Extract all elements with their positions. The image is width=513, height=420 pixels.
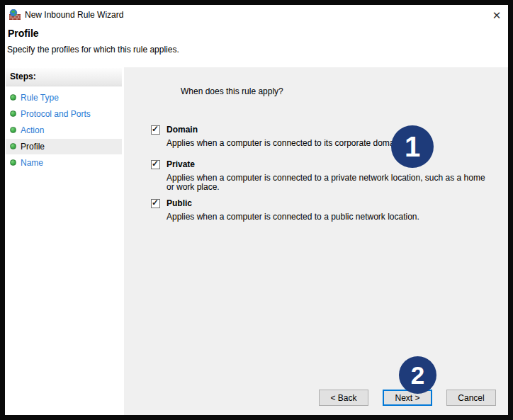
steps-header: Steps:	[6, 68, 122, 86]
steps-sidebar: Steps: Rule Type Protocol and Ports Acti…	[5, 67, 123, 415]
firewall-icon	[9, 9, 21, 21]
step-bullet-icon	[10, 110, 16, 117]
title-bar: New Inbound Rule Wizard ✕	[5, 5, 508, 26]
sidebar-item-rule-type[interactable]: Rule Type	[6, 90, 122, 106]
step-bullet-icon	[10, 143, 16, 149]
page-subtitle: Specify the profiles for which this rule…	[7, 45, 179, 55]
private-description: Applies when a computer is connected to …	[167, 174, 494, 192]
step-label: Profile	[21, 142, 45, 152]
step-bullet-icon	[10, 94, 16, 101]
step-bullet-icon	[10, 159, 16, 166]
window-title: New Inbound Rule Wizard	[25, 10, 123, 20]
domain-label[interactable]: Domain	[167, 125, 198, 135]
sidebar-item-profile[interactable]: Profile	[6, 139, 122, 154]
page-title: Profile	[8, 28, 39, 39]
domain-description: Applies when a computer is connected to …	[167, 139, 494, 148]
step-label: Rule Type	[21, 93, 59, 103]
back-button[interactable]: < Back	[319, 390, 368, 406]
step-label: Action	[21, 125, 44, 135]
annotation-circle-2: 2	[399, 356, 436, 394]
close-button[interactable]: ✕	[488, 7, 505, 24]
step-bullet-icon	[10, 127, 16, 133]
close-icon: ✕	[492, 9, 502, 21]
sidebar-item-protocol-and-ports[interactable]: Protocol and Ports	[6, 106, 122, 122]
private-checkbox[interactable]: ✓	[151, 160, 160, 169]
public-label[interactable]: Public	[167, 198, 192, 208]
sidebar-item-name[interactable]: Name	[6, 155, 122, 171]
public-description: Applies when a computer is connected to …	[167, 212, 494, 222]
sidebar-item-action[interactable]: Action	[6, 123, 122, 138]
domain-checkbox[interactable]: ✓	[151, 125, 160, 135]
checkmark-icon: ✓	[152, 198, 159, 208]
annotation-circle-1: 1	[391, 125, 434, 168]
private-label[interactable]: Private	[167, 159, 195, 169]
main-panel: When does this rule apply? ✓ Domain Appl…	[124, 67, 508, 415]
cancel-button[interactable]: Cancel	[446, 390, 496, 406]
checkmark-icon: ✓	[152, 124, 159, 134]
public-checkbox[interactable]: ✓	[151, 199, 160, 208]
wizard-dialog: New Inbound Rule Wizard ✕ Profile Specif…	[5, 5, 508, 415]
question-text: When does this rule apply?	[181, 86, 283, 96]
checkmark-icon: ✓	[152, 159, 159, 169]
step-label: Name	[21, 158, 43, 168]
step-label: Protocol and Ports	[21, 109, 91, 119]
screenshot-border: New Inbound Rule Wizard ✕ Profile Specif…	[0, 0, 513, 420]
steps-heading: Steps:	[10, 72, 36, 81]
